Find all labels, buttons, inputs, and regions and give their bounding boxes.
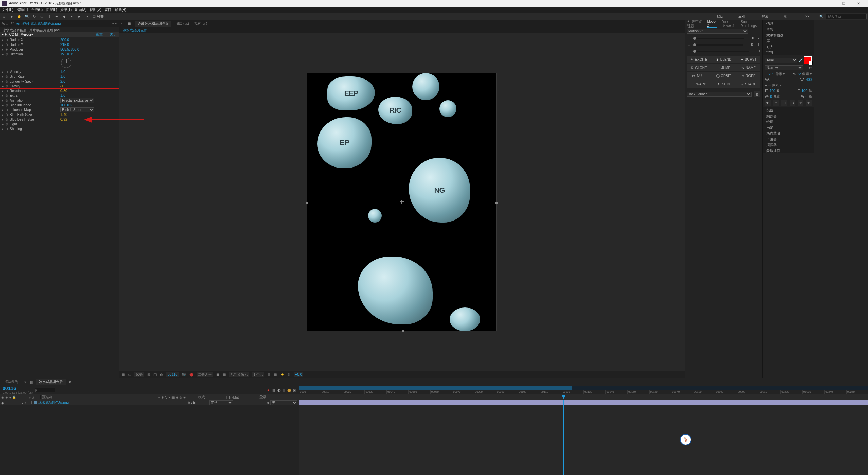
rect-tool[interactable]: ▭: [39, 14, 45, 20]
prop-velocity[interactable]: ▸⊙Velocity1.0: [0, 69, 119, 74]
grid-icon[interactable]: ▦: [122, 373, 125, 376]
viewer[interactable]: [119, 33, 685, 371]
menu-edit[interactable]: 编辑(E): [17, 7, 28, 12]
time-ruler[interactable]: 0000000100002000030000400005000060000700…: [299, 386, 868, 394]
workspace-standard[interactable]: 标准: [731, 14, 752, 19]
exposure[interactable]: +0.0: [294, 372, 304, 377]
anchor-point-icon[interactable]: [400, 200, 404, 204]
timeline-search[interactable]: [35, 388, 55, 392]
eye-icon[interactable]: ◉: [1, 401, 5, 405]
motion-warp-button[interactable]: 〰WARP: [687, 80, 711, 88]
mask-icon[interactable]: ◐: [160, 373, 163, 376]
tab-duik[interactable]: Duik Bassel.1: [721, 20, 737, 28]
menu-comp[interactable]: 合成(C): [31, 7, 43, 12]
panel-brush[interactable]: 画笔: [763, 124, 814, 130]
tab-project[interactable]: 项目: [2, 21, 9, 26]
motion-spin-button[interactable]: ↻SPIN: [711, 80, 736, 88]
prop-light[interactable]: ▸⊙Light: [0, 122, 119, 126]
task-launch-button[interactable]: 🗑: [754, 91, 760, 97]
tab-motion2[interactable]: Motion 2: [707, 20, 717, 28]
workspace-default[interactable]: 默认: [710, 14, 730, 19]
tab-timeline-comp[interactable]: 冰水成品调色后: [36, 379, 66, 385]
slider-y[interactable]: [693, 38, 744, 39]
rotate-tool[interactable]: ↻: [31, 14, 37, 20]
motion-burst-button[interactable]: ✦BURST: [736, 56, 760, 63]
puppet-tool[interactable]: ★: [76, 14, 82, 20]
effect-about[interactable]: 关于: [110, 32, 117, 37]
prop-radius-y[interactable]: ▸⊙Radius Y215.0: [0, 42, 119, 47]
blend-mode-select[interactable]: 正常: [209, 400, 233, 405]
leading[interactable]: 72: [797, 72, 801, 76]
tracking[interactable]: 400: [806, 78, 812, 82]
menu-effect[interactable]: 效果(T): [60, 7, 72, 12]
prop-blob-death-size[interactable]: ▸⊙Blob Death Size0.92: [0, 117, 119, 122]
shy-icon[interactable]: 🔺: [266, 388, 270, 392]
prop-extra[interactable]: ▸⊙Extra1.0: [0, 93, 119, 98]
motion-stare-button[interactable]: ✧STARE: [736, 80, 760, 88]
menu-help[interactable]: 帮助(H): [115, 7, 126, 12]
motion-null-button[interactable]: ∅NULL: [687, 72, 711, 80]
panel-tracker[interactable]: 跟踪器: [763, 113, 814, 119]
timeline-track-area[interactable]: [299, 400, 868, 475]
minimize-button[interactable]: —: [821, 0, 836, 7]
workspace-library[interactable]: 库: [775, 14, 795, 19]
prop-birth-rate[interactable]: ▸⊙Birth Rate1.0: [0, 74, 119, 79]
resolution-select[interactable]: 二分之一: [197, 372, 213, 377]
tab-render-queue[interactable]: 渲染队列: [2, 379, 21, 385]
transparency-icon[interactable]: ▦: [223, 373, 226, 376]
font-style-select[interactable]: Narrow: [765, 65, 803, 70]
slider-x[interactable]: [693, 44, 743, 46]
frame-number[interactable]: 00116: [166, 372, 179, 377]
effect-header[interactable]: ▾ fx CC Mr. Mercury 重置 关于: [0, 32, 119, 37]
motion-blur-icon[interactable]: ◐: [277, 388, 281, 392]
col-name[interactable]: 源名称: [41, 395, 156, 400]
prop-radius-x[interactable]: ▸⊙Radius X200.0: [0, 37, 119, 42]
all-caps[interactable]: TT: [781, 100, 787, 106]
tab-layer[interactable]: 图层 (无): [176, 21, 189, 26]
snap-checkbox[interactable]: ☐ 对齐: [93, 14, 104, 19]
effect-toggle-arrow[interactable]: ▾: [2, 33, 4, 36]
motion-clone-button[interactable]: ⧉CLONE: [687, 64, 711, 71]
panel-paragraph[interactable]: 段落: [763, 107, 814, 113]
parent-select[interactable]: 无: [270, 400, 297, 405]
motion-curve-icon[interactable]: 〰: [750, 29, 760, 33]
font-size[interactable]: 205: [768, 72, 774, 76]
faux-italic[interactable]: T: [773, 100, 779, 106]
panel-sketch[interactable]: 动态草图: [763, 130, 814, 136]
motion-excite-button[interactable]: ＋EXCITE: [687, 56, 711, 63]
close-button[interactable]: ✕: [851, 0, 866, 7]
workspace-small[interactable]: 小屏幕: [753, 14, 774, 19]
resolution-icon[interactable]: ⊞: [147, 373, 150, 376]
small-caps[interactable]: Tt: [790, 100, 795, 106]
gear-icon[interactable]: ⚙: [288, 373, 291, 376]
layer-expand-arrow[interactable]: ▸: [22, 401, 23, 405]
menu-anim[interactable]: 动画(A): [75, 7, 86, 12]
comp-breadcrumb[interactable]: 冰水成品调色后: [123, 28, 147, 32]
workspace-more[interactable]: >>: [797, 15, 817, 18]
fill-color-swatch[interactable]: [804, 56, 812, 64]
layer-solo-icon[interactable]: ▪: [25, 401, 26, 405]
screen-icon[interactable]: ▭: [128, 373, 131, 376]
menu-window[interactable]: 窗口: [105, 7, 111, 12]
pen-tool[interactable]: ✒: [54, 14, 60, 20]
maximize-button[interactable]: ❐: [836, 0, 851, 7]
motion-jump-button[interactable]: ⇢JUMP: [711, 64, 736, 71]
zoom-tool[interactable]: 🔍: [24, 14, 30, 20]
channel-icon[interactable]: ⬤: [189, 373, 193, 376]
faux-bold[interactable]: T: [765, 100, 771, 106]
direction-dial[interactable]: [61, 58, 71, 68]
subscript[interactable]: T,: [806, 100, 812, 106]
prop-longevity-sec-[interactable]: ▸⊙Longevity (sec)2.0: [0, 79, 119, 84]
home-icon[interactable]: ⌂: [1, 14, 7, 20]
composition-canvas[interactable]: [307, 73, 497, 331]
motion-preset-select[interactable]: Motion v2: [687, 29, 748, 34]
layer-bar[interactable]: [299, 400, 868, 405]
local-axis-tool[interactable]: ↗: [84, 14, 90, 20]
superscript[interactable]: T': [798, 100, 803, 106]
prop-blob-birth-size[interactable]: ▸⊙Blob Birth Size1.40: [0, 112, 119, 117]
prop-animation[interactable]: ▸⊙AnimationFractal Explosive: [0, 98, 119, 103]
panel-wiggler[interactable]: 摇摆器: [763, 142, 814, 147]
chevron-icon[interactable]: «: [121, 22, 123, 25]
prop-resistance[interactable]: ▸⊙Resistance0.30: [0, 88, 119, 93]
col-trkmat[interactable]: T TrkMat: [224, 395, 258, 399]
